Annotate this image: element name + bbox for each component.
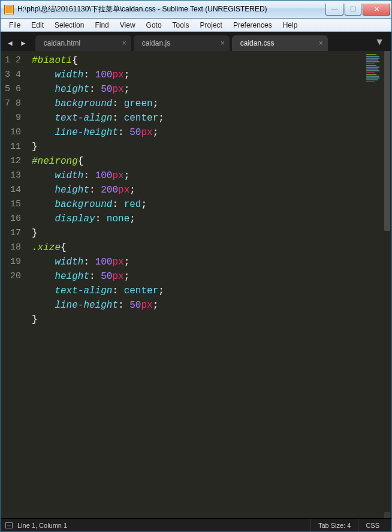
- menubar: FileEditSelectionFindViewGotoToolsProjec…: [1, 19, 391, 32]
- tabs: caidan.html×caidan.js×caidan.css×: [35, 35, 375, 51]
- vertical-scrollbar[interactable]: [384, 51, 390, 518]
- gutter: 1 2 3 4 5 6 7 8 9 10 11 12 13 14 15 16 1…: [1, 51, 27, 518]
- maximize-button[interactable]: ☐: [345, 4, 361, 16]
- menu-goto[interactable]: Goto: [141, 20, 167, 31]
- code-area[interactable]: #biaoti{ width: 100px; height: 50px; bac…: [27, 51, 391, 518]
- tab-label: caidan.js: [142, 39, 170, 47]
- menu-project[interactable]: Project: [195, 20, 227, 31]
- tab-nav-left-icon[interactable]: ◄: [4, 38, 16, 49]
- scroll-thumb[interactable]: [384, 51, 390, 231]
- menu-find[interactable]: Find: [90, 20, 113, 31]
- menu-file[interactable]: File: [4, 20, 25, 31]
- editor[interactable]: 1 2 3 4 5 6 7 8 9 10 11 12 13 14 15 16 1…: [1, 51, 391, 518]
- tab-close-icon[interactable]: ×: [122, 39, 126, 47]
- minimap[interactable]: [366, 53, 383, 101]
- close-button[interactable]: ✕: [363, 4, 390, 16]
- statusbar: Line 1, Column 1 Tab Size: 4 CSS: [1, 518, 391, 531]
- tab-overflow-icon[interactable]: ▼: [375, 37, 388, 51]
- app-window: H:\php\总结\20161130\下拉菜单\caidan.css - Sub…: [0, 0, 392, 532]
- status-tabsize[interactable]: Tab Size: 4: [310, 519, 358, 531]
- window-title: H:\php\总结\20161130\下拉菜单\caidan.css - Sub…: [17, 4, 325, 14]
- menu-edit[interactable]: Edit: [26, 20, 49, 31]
- menu-tools[interactable]: Tools: [168, 20, 194, 31]
- scroll-down-icon[interactable]: [384, 512, 390, 518]
- tab-close-icon[interactable]: ×: [221, 39, 225, 47]
- menu-selection[interactable]: Selection: [50, 20, 89, 31]
- tab-caidan-js[interactable]: caidan.js×: [134, 35, 230, 51]
- titlebar[interactable]: H:\php\总结\20161130\下拉菜单\caidan.css - Sub…: [1, 1, 391, 19]
- tab-label: caidan.html: [44, 39, 80, 47]
- app-icon: [4, 5, 14, 14]
- tab-nav: ◄ ►: [4, 38, 29, 51]
- panel-toggle-icon[interactable]: [5, 522, 13, 528]
- status-position[interactable]: Line 1, Column 1: [17, 522, 67, 529]
- menu-view[interactable]: View: [115, 20, 140, 31]
- status-syntax[interactable]: CSS: [358, 519, 387, 531]
- window-controls: — ☐ ✕: [325, 4, 390, 16]
- tab-nav-right-icon[interactable]: ►: [17, 38, 29, 49]
- minimize-button[interactable]: —: [325, 4, 343, 16]
- tab-label: caidan.css: [240, 39, 275, 47]
- menu-help[interactable]: Help: [278, 20, 303, 31]
- tab-caidan-html[interactable]: caidan.html×: [35, 35, 131, 51]
- tab-caidan-css[interactable]: caidan.css×: [232, 35, 328, 51]
- menu-preferences[interactable]: Preferences: [228, 20, 277, 31]
- tabbar: ◄ ► caidan.html×caidan.js×caidan.css× ▼: [1, 32, 391, 51]
- tab-close-icon[interactable]: ×: [319, 39, 323, 47]
